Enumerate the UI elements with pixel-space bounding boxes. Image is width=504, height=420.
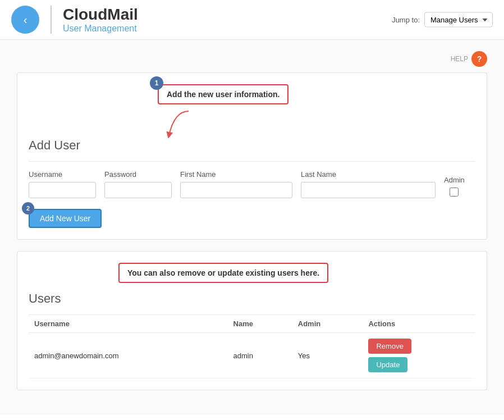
users-table: Username Name Admin Actions admin@anewdo…: [29, 314, 475, 378]
remove-button[interactable]: Remove: [368, 339, 411, 354]
users-table-head: Username Name Admin Actions: [29, 315, 475, 333]
add-btn-badge: 2: [22, 202, 34, 214]
password-label: Password: [104, 170, 172, 179]
main-content: HELP ? 1 Add the new user information.: [0, 40, 504, 415]
users-title: Users: [29, 291, 475, 306]
back-icon: ‹: [24, 13, 28, 26]
help-button[interactable]: ?: [471, 51, 487, 67]
callout-1: 1 Add the new user information.: [158, 84, 288, 104]
col-name: Name: [228, 315, 292, 333]
app-subtitle: User Management: [63, 24, 138, 34]
firstname-label: First Name: [180, 170, 292, 179]
help-label: HELP: [451, 55, 468, 63]
arrow-area: [158, 110, 475, 138]
jump-to-area: Jump to: Manage Users Settings Dashboard: [392, 12, 493, 28]
back-button[interactable]: ‹: [11, 6, 39, 34]
users-table-body: admin@anewdomain.com admin Yes Remove Up…: [29, 333, 475, 378]
add-new-user-button[interactable]: 2 Add New User: [29, 209, 102, 228]
callout-1-text: Add the new user information.: [158, 84, 288, 104]
firstname-input[interactable]: [180, 182, 292, 198]
app-name: CloudMail: [63, 6, 138, 24]
user-admin: Yes: [292, 333, 363, 378]
username-label: Username: [29, 170, 96, 179]
lastname-label: Last Name: [301, 170, 436, 179]
table-row: admin@anewdomain.com admin Yes Remove Up…: [29, 333, 475, 378]
lastname-col: Last Name: [301, 170, 436, 198]
col-username: Username: [29, 315, 228, 333]
admin-label: Admin: [444, 176, 465, 184]
callout-2: You can also remove or update existing u…: [118, 263, 328, 283]
col-actions: Actions: [363, 315, 475, 333]
help-area: HELP ?: [17, 51, 487, 67]
update-button[interactable]: Update: [368, 357, 407, 372]
jump-to-select[interactable]: Manage Users Settings Dashboard: [424, 12, 493, 28]
username-input[interactable]: [29, 182, 96, 198]
lastname-input[interactable]: [301, 182, 436, 198]
add-btn-label: Add New User: [40, 214, 90, 223]
firstname-col: First Name: [180, 170, 292, 198]
password-input[interactable]: [104, 182, 172, 198]
header-title: CloudMail User Management: [51, 6, 138, 34]
admin-checkbox[interactable]: [450, 188, 459, 197]
jump-to-label: Jump to:: [392, 16, 420, 24]
users-table-header-row: Username Name Admin Actions: [29, 315, 475, 333]
user-actions: Remove Update: [363, 333, 475, 378]
users-section: You can also remove or update existing u…: [17, 251, 487, 390]
username-col: Username: [29, 170, 96, 198]
add-user-title: Add User: [29, 138, 475, 153]
callout-2-text: You can also remove or update existing u…: [118, 263, 328, 283]
col-admin: Admin: [292, 315, 363, 333]
callout-arrow: [158, 110, 203, 138]
admin-col: Admin: [444, 170, 465, 197]
header: ‹ CloudMail User Management Jump to: Man…: [0, 0, 504, 40]
user-username: admin@anewdomain.com: [29, 333, 228, 378]
password-col: Password: [104, 170, 172, 198]
callout-badge-1: 1: [150, 76, 163, 90]
user-name: admin: [228, 333, 292, 378]
add-user-form-row: Username Password First Name Last Name A…: [29, 161, 475, 198]
add-user-section: 1 Add the new user information. Add User: [17, 72, 487, 240]
